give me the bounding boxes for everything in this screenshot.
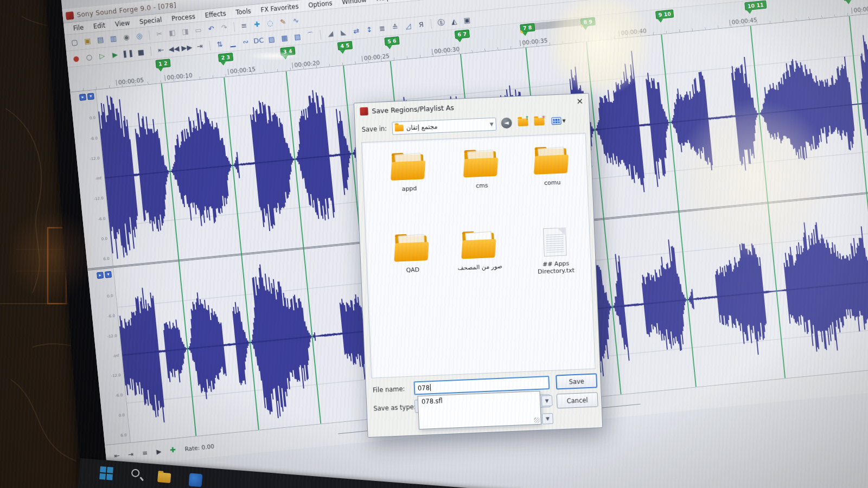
- channel-1-button[interactable]: ▾: [87, 93, 94, 100]
- stretch-icon[interactable]: ↕: [363, 23, 376, 36]
- eq-icon[interactable]: ▦: [278, 31, 291, 44]
- region-marker-flag[interactable]: 4 5: [337, 41, 353, 50]
- go-to-end-icon[interactable]: ⇥: [193, 40, 206, 53]
- back-button[interactable]: ◄: [499, 116, 514, 130]
- search-icon[interactable]: [131, 468, 140, 477]
- record-icon[interactable]: ●: [69, 52, 82, 65]
- region-marker-flag[interactable]: 9 10: [655, 9, 674, 19]
- save-in-combo[interactable]: مجتمع إتقان ▼: [392, 118, 496, 135]
- channel-2-button[interactable]: ▾: [105, 271, 112, 278]
- magnify-icon[interactable]: ◌: [264, 16, 277, 29]
- graph-icon[interactable]: ▧: [291, 30, 304, 43]
- up-one-level-button[interactable]: ↑: [515, 115, 530, 129]
- region-marker-flag[interactable]: 2 3: [218, 53, 233, 62]
- video-icon[interactable]: ▣: [461, 14, 474, 27]
- stop-icon[interactable]: ■: [135, 46, 148, 59]
- region-marker-flag[interactable]: 6 7: [455, 29, 470, 39]
- trim-icon[interactable]: ▭: [192, 23, 205, 36]
- menu-help[interactable]: Help: [371, 0, 395, 3]
- menu-view[interactable]: View: [110, 18, 135, 28]
- save-button[interactable]: Save: [556, 373, 597, 389]
- toolbar-separator: [233, 22, 235, 31]
- list-item[interactable]: ## Apps Directory.txt: [522, 227, 589, 276]
- copy-icon[interactable]: ◧: [166, 26, 179, 39]
- filename-suggestion-dropdown[interactable]: 078.sfl: [418, 391, 541, 429]
- undo-icon[interactable]: ↶: [205, 22, 218, 35]
- reverse-icon[interactable]: Я: [414, 18, 427, 31]
- loop-playback-icon[interactable]: ○: [82, 50, 95, 63]
- go-to-start-icon[interactable]: ⇤: [155, 43, 168, 56]
- play-icon[interactable]: ▶: [108, 48, 122, 61]
- channel-1-button[interactable]: ▸: [79, 94, 86, 101]
- envelope-icon[interactable]: ⌒: [304, 29, 317, 42]
- dc-label[interactable]: DC: [252, 34, 265, 47]
- mute-icon[interactable]: ≙: [389, 21, 402, 34]
- fade-out-icon[interactable]: ◣: [337, 25, 350, 38]
- menu-effects[interactable]: Effects: [200, 9, 231, 20]
- app-shortcut-icon[interactable]: [189, 473, 203, 487]
- statistics-icon[interactable]: ◿: [401, 20, 414, 33]
- region-marker-flag[interactable]: 10 11: [744, 1, 767, 11]
- cancel-button[interactable]: Cancel: [557, 392, 598, 408]
- pause-icon[interactable]: ❚❚: [122, 47, 135, 60]
- menu-edit[interactable]: Edit: [88, 21, 110, 30]
- paste-icon[interactable]: ◨: [178, 25, 192, 38]
- snap-icon[interactable]: ✚: [251, 18, 264, 31]
- resize-gripper[interactable]: [534, 418, 539, 423]
- list-item[interactable]: comu: [519, 145, 585, 188]
- secondary-chevron[interactable]: ▼: [542, 413, 553, 425]
- save-icon[interactable]: ▤: [94, 33, 107, 46]
- channel-2-button[interactable]: ▸: [97, 272, 104, 279]
- list-item[interactable]: QAD: [379, 233, 445, 275]
- pencil-icon[interactable]: ✎: [277, 15, 290, 28]
- save-as-icon[interactable]: ▥: [107, 32, 120, 45]
- menu-tools[interactable]: Tools: [231, 7, 256, 16]
- fade-in-icon[interactable]: ◢: [324, 27, 337, 40]
- smooth-icon[interactable]: ⓢ: [435, 16, 448, 29]
- chevron-down-icon[interactable]: ▼: [490, 121, 494, 127]
- swap-icon[interactable]: ◭: [448, 15, 461, 28]
- rewind-icon[interactable]: ◀◀: [168, 42, 181, 55]
- file-list[interactable]: appdcmscomuQADصور من المصحف## Apps Direc…: [361, 133, 596, 378]
- region-marker-flag[interactable]: 3 4: [280, 47, 295, 56]
- extract-audio-icon[interactable]: ◉: [120, 30, 133, 43]
- open-file-icon[interactable]: ▣: [81, 34, 94, 47]
- menu-special[interactable]: Special: [135, 15, 168, 26]
- repeat-icon[interactable]: ≡: [238, 19, 251, 32]
- playbar-menu-icon[interactable]: ≡: [139, 447, 151, 459]
- menu-options[interactable]: Options: [303, 0, 337, 9]
- cut-icon[interactable]: ✂: [153, 27, 166, 40]
- list-item[interactable]: cms: [448, 148, 515, 190]
- save-as-type-chevron[interactable]: ▼: [541, 395, 553, 407]
- spectrum-icon[interactable]: ∿: [289, 14, 302, 27]
- resample-icon[interactable]: ▨: [265, 33, 278, 46]
- view-menu-button[interactable]: ▼: [549, 114, 568, 127]
- forward-icon[interactable]: ▶▶: [180, 41, 193, 54]
- publish-icon[interactable]: ◎: [133, 29, 146, 42]
- play-normal-icon[interactable]: ▶: [153, 445, 165, 457]
- redo-icon[interactable]: ↷: [218, 21, 231, 34]
- region-marker-flag[interactable]: 7 8: [520, 23, 535, 33]
- region-marker-flag[interactable]: 1 2: [155, 59, 170, 68]
- pan-icon[interactable]: ⇄: [350, 24, 363, 37]
- dc-offset-icon[interactable]: ∾: [239, 35, 252, 48]
- normalize-icon[interactable]: ⇅: [213, 38, 226, 51]
- volume-icon[interactable]: ▁: [226, 36, 239, 49]
- close-icon[interactable]: ✕: [576, 97, 583, 106]
- menu-process[interactable]: Process: [167, 12, 201, 23]
- menu-file[interactable]: File: [68, 23, 88, 33]
- insert-silence-icon[interactable]: ≣: [376, 22, 389, 35]
- new-file-icon[interactable]: ▢: [68, 36, 81, 49]
- add-rate-icon[interactable]: ✚: [167, 444, 179, 456]
- list-item[interactable]: appd: [375, 151, 442, 194]
- go-to-end-icon[interactable]: ⇥: [125, 448, 137, 460]
- new-folder-button[interactable]: ✳: [532, 115, 546, 129]
- start-button-icon[interactable]: [99, 466, 113, 480]
- region-marker-flag[interactable]: 5 6: [384, 36, 399, 46]
- go-to-start-icon[interactable]: ⇤: [111, 450, 123, 461]
- list-item[interactable]: صور من المصحف: [446, 230, 513, 272]
- region-marker-flag[interactable]: 8 9: [580, 17, 596, 27]
- file-explorer-icon[interactable]: [157, 472, 171, 483]
- region-marker-flag[interactable]: 11 12: [843, 0, 865, 1]
- play-all-icon[interactable]: ▷: [95, 49, 108, 62]
